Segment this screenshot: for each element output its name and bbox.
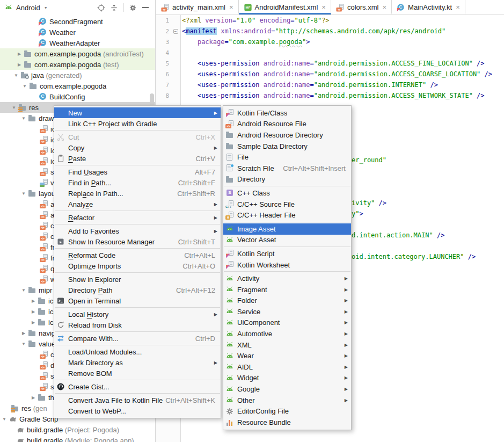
tree-item[interactable]: build.gradle (Module: Pogoda.app) (0, 435, 155, 442)
tab-colors-xml[interactable]: <>colors.xml× (331, 0, 392, 15)
collapse-arrow-icon[interactable]: ▼ (19, 342, 28, 346)
menu-item-copy[interactable]: Copy▶ (54, 142, 221, 153)
menu-item-resource-bundle[interactable]: Resource Bundle (223, 417, 351, 428)
menu-item-c-class[interactable]: SC++ Class (223, 187, 351, 199)
settings-icon[interactable] (127, 2, 138, 13)
menu-item-local-history[interactable]: Local History▶ (54, 309, 221, 320)
menu-item-vector-asset[interactable]: Vector Asset (223, 235, 351, 246)
menu-item-folder[interactable]: Folder▶ (223, 295, 351, 307)
tree-item[interactable]: ▶com.example.pogoda (test) (0, 59, 155, 70)
menu-item-uicomponent[interactable]: UiComponent▶ (223, 317, 351, 329)
expand-arrow-icon[interactable]: ▶ (29, 395, 38, 400)
menu-item-kotlin-file-class[interactable]: Kotlin File/Class (223, 107, 351, 119)
code-fragment[interactable]: y"> (352, 208, 363, 219)
menu-item-google[interactable]: Google▶ (223, 383, 351, 395)
expand-arrow-icon[interactable]: ▶ (29, 309, 38, 314)
menu-item-file[interactable]: File (223, 151, 351, 163)
collapse-arrow-icon[interactable]: ▼ (10, 105, 18, 110)
code-fragment[interactable]: d.intent.action.MAIN" /> (352, 230, 444, 241)
expand-arrow-icon[interactable]: ▶ (15, 52, 24, 56)
collapse-arrow-icon[interactable]: ▼ (19, 191, 28, 196)
hide-panel-icon[interactable] (140, 2, 151, 13)
expand-arrow-icon[interactable]: ▶ (29, 320, 38, 325)
menu-item-fragment[interactable]: Fragment▶ (223, 284, 351, 295)
menu-item-add-to-favorites[interactable]: Add to Favorites▶ (54, 226, 221, 236)
menu-item-scratch-file[interactable]: Scratch FileCtrl+Alt+Shift+Insert (223, 163, 351, 174)
locate-icon[interactable] (96, 2, 106, 13)
collapse-arrow-icon[interactable]: ▼ (19, 116, 28, 121)
code-line[interactable]: 5 <uses-permission android:name="android… (156, 58, 504, 69)
tab-activity-main-xml[interactable]: <>activity_main.xml× (156, 0, 239, 15)
tab-androidmanifest-xml[interactable]: MFAndroidManifest.xml× (239, 0, 331, 15)
close-icon[interactable]: × (382, 4, 386, 11)
menu-item-wear[interactable]: Wear▶ (223, 350, 351, 361)
menu-item-paste[interactable]: PasteCtrl+V (54, 153, 221, 164)
view-selector[interactable]: Android (16, 4, 40, 12)
code-line[interactable]: 7 <uses-permission android:name="android… (156, 79, 504, 90)
menu-item-mark-directory-as[interactable]: Mark Directory as▶ (54, 357, 221, 368)
fold-marker-icon[interactable]: − (173, 29, 178, 34)
menu-item-reload-from-disk[interactable]: Reload from Disk (54, 320, 221, 330)
close-icon[interactable]: × (322, 4, 326, 11)
menu-item-directory-path[interactable]: Directory PathCtrl+Alt+F12 (54, 285, 221, 295)
collapse-arrow-icon[interactable]: ▼ (0, 417, 9, 422)
menu-item-convert-to-webp[interactable]: Convert to WebP... (54, 405, 221, 416)
code-line[interactable]: 1<?xml version="1.0" encoding="utf-8"?> (156, 15, 504, 26)
code-line[interactable]: 8 <uses-permission android:name="android… (156, 90, 504, 101)
tree-item[interactable]: CBuildConfig (0, 91, 155, 102)
menu-item-refactor[interactable]: Refactor▶ (54, 212, 221, 223)
menu-item-android-resource-directory[interactable]: Android Resource Directory (223, 129, 351, 141)
menu-item-c-c-header-file[interactable]: HC/C++ Header File (223, 209, 351, 221)
tree-item[interactable]: ▶com.example.pogoda (androidTest) (0, 48, 155, 59)
expand-arrow-icon[interactable]: ▶ (19, 331, 28, 336)
tree-item[interactable]: ▼com.example.pogoda (0, 81, 155, 91)
menu-item-editorconfig-file[interactable]: EditorConfig File (223, 405, 351, 417)
menu-item-image-asset[interactable]: Image Asset (223, 223, 351, 235)
menu-item-show-in-explorer[interactable]: Show in Explorer (54, 274, 221, 285)
menu-item-aidl[interactable]: AIDL▶ (223, 361, 351, 373)
menu-item-reformat-code[interactable]: Reformat CodeCtrl+Alt+L (54, 250, 221, 260)
menu-item-load-unload-modules[interactable]: Load/Unload Modules... (54, 346, 221, 357)
code-fragment[interactable]: ivity" /> (352, 198, 386, 208)
menu-item-optimize-imports[interactable]: Optimize ImportsCtrl+Alt+O (54, 260, 221, 271)
menu-item-find-in-path[interactable]: Find in Path...Ctrl+Shift+F (54, 177, 221, 188)
tab-mainactivity-kt[interactable]: CMainActivity.kt× (392, 0, 465, 15)
menu-item-link-c-project-with-gradle[interactable]: Link C++ Project with Gradle (54, 118, 221, 129)
tree-item[interactable]: CWeatherAdapter (0, 38, 155, 48)
code-line[interactable]: 6 <uses-permission android:name="android… (156, 69, 504, 79)
expand-arrow-icon[interactable]: ▶ (15, 62, 24, 67)
collapse-all-icon[interactable] (108, 2, 119, 13)
collapse-arrow-icon[interactable]: ▼ (19, 288, 28, 293)
menu-item-directory[interactable]: Directory (223, 174, 351, 185)
menu-item-sample-data-directory[interactable]: Sample Data Directory (223, 141, 351, 152)
menu-item-kotlin-script[interactable]: Kotlin Script (223, 248, 351, 259)
collapse-arrow-icon[interactable]: ▼ (12, 73, 20, 78)
close-icon[interactable]: × (229, 4, 233, 11)
tree-item[interactable]: CSecondFragment (0, 16, 155, 27)
menu-item-kotlin-worksheet[interactable]: Kotlin Worksheet (223, 259, 351, 271)
menu-item-find-usages[interactable]: Find UsagesAlt+F7 (54, 166, 221, 177)
expand-arrow-icon[interactable]: ▶ (29, 299, 38, 303)
menu-item-c-c-source-file[interactable]: C++C/C++ Source File (223, 199, 351, 210)
menu-item-service[interactable]: Service▶ (223, 306, 351, 317)
menu-item-other[interactable]: Other▶ (223, 395, 351, 406)
menu-item-show-in-resource-manager[interactable]: Show In Resource ManagerCtrl+Shift+T (54, 236, 221, 247)
menu-item-analyze[interactable]: Analyze▶ (54, 199, 221, 209)
code-fragment[interactable]: er_round" (352, 155, 386, 165)
menu-item-xml[interactable]: XML▶ (223, 339, 351, 351)
close-icon[interactable]: × (456, 4, 460, 11)
menu-item-create-gist[interactable]: Create Gist... (54, 381, 221, 392)
menu-item-convert-java-file-to-kotlin-file[interactable]: Convert Java File to Kotlin FileCtrl+Alt… (54, 395, 221, 405)
code-line[interactable]: 3 package="com.example.pogoda"> (156, 37, 504, 47)
code-line[interactable]: 2−<manifest xmlns:android="http://schema… (156, 26, 504, 37)
chevron-down-icon[interactable]: ▼ (44, 6, 48, 10)
menu-item-remove-bom[interactable]: Remove BOM (54, 368, 221, 379)
menu-item-widget[interactable]: Widget▶ (223, 373, 351, 384)
tree-item[interactable]: CWeather (0, 27, 155, 38)
tree-item[interactable]: build.gradle (Project: Pogoda) (0, 424, 155, 435)
code-fragment[interactable]: oid.intent.category.LAUNCHER" /> (352, 251, 476, 262)
menu-item-replace-in-path[interactable]: Replace in Path...Ctrl+Shift+R (54, 188, 221, 199)
menu-item-cut[interactable]: CutCtrl+X (54, 132, 221, 142)
tree-item[interactable]: ▼java (generated) (0, 70, 155, 81)
menu-item-android-resource-file[interactable]: <>Android Resource File (223, 119, 351, 130)
